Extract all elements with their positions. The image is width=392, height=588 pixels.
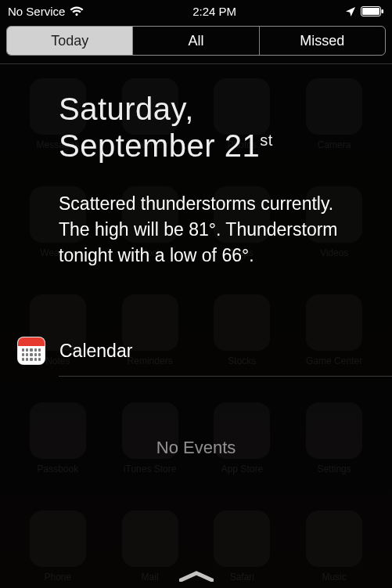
location-icon [345,6,356,17]
no-events-label: No Events [0,377,392,458]
notification-tabs: Today All Missed [6,26,386,56]
svg-rect-2 [381,9,383,13]
weather-summary: Scattered thunderstorms currently. The h… [59,191,369,268]
date-line1: Saturday, [59,92,194,126]
calendar-icon [17,337,45,365]
status-bar: No Service 2:24 PM [0,0,392,21]
svg-rect-1 [362,8,379,15]
wifi-icon [70,6,84,16]
status-time: 2:24 PM [192,5,236,18]
tab-missed[interactable]: Missed [259,27,385,55]
grabber-handle[interactable] [178,569,214,583]
battery-icon [361,6,384,16]
today-summary: Saturday, September 21st Scattered thund… [0,64,392,276]
carrier-label: No Service [8,5,65,18]
calendar-title: Calendar [59,341,132,362]
tab-today[interactable]: Today [7,27,132,55]
calendar-section-header[interactable]: Calendar [0,323,392,376]
date-heading: Saturday, September 21st [59,91,369,164]
tab-all[interactable]: All [132,27,258,55]
date-line2: September 21st [59,128,273,163]
